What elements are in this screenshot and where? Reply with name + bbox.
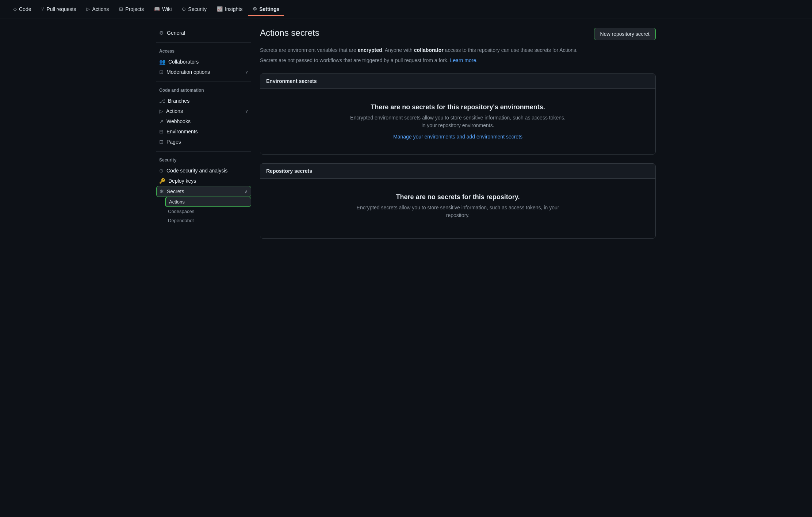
moderation-icon: ⊡	[159, 69, 164, 75]
pages-icon: ⊡	[159, 139, 164, 145]
security-icon: ⊙	[182, 6, 186, 12]
main-content: Actions secrets New repository secret Se…	[260, 28, 656, 239]
actions-icon: ▷	[86, 6, 90, 12]
sidebar-item-collaborators[interactable]: 👥 Collaborators	[156, 57, 251, 67]
nav-actions[interactable]: ▷ Actions	[82, 3, 113, 16]
actions-sidebar-icon: ▷	[159, 108, 163, 114]
nav-security[interactable]: ⊙ Security	[177, 3, 211, 16]
sidebar: ⚙ General Access 👥 Collaborators ⊡ Moder…	[156, 28, 251, 239]
top-nav: ◇ Code ⑂ Pull requests ▷ Actions ⊞ Proje…	[0, 0, 812, 19]
page-title: Actions secrets	[260, 28, 319, 38]
sidebar-item-actions[interactable]: ▷ Actions ∨	[156, 106, 251, 116]
nav-wiki[interactable]: 📖 Wiki	[150, 3, 176, 16]
sidebar-item-secrets[interactable]: ✱ Secrets ∧	[156, 186, 251, 197]
pull-request-icon: ⑂	[41, 6, 44, 12]
main-header: Actions secrets New repository secret	[260, 28, 656, 40]
person-icon: 👥	[159, 59, 165, 65]
sidebar-item-webhooks[interactable]: ↗ Webhooks	[156, 116, 251, 126]
sidebar-item-general[interactable]: ⚙ General	[156, 28, 251, 38]
insights-icon: 📈	[217, 6, 223, 12]
chevron-up-icon: ∧	[245, 189, 248, 194]
nav-pull-requests[interactable]: ⑂ Pull requests	[37, 3, 80, 16]
sidebar-subitem-codespaces[interactable]: Codespaces	[165, 207, 251, 216]
sidebar-item-pages[interactable]: ⊡ Pages	[156, 137, 251, 147]
sidebar-subitem-actions[interactable]: Actions	[165, 197, 251, 207]
chevron-down-icon-actions: ∨	[245, 109, 248, 114]
sidebar-item-branches[interactable]: ⎇ Branches	[156, 96, 251, 106]
description-line2: Secrets are not passed to workflows that…	[260, 56, 656, 64]
env-secrets-empty-desc: Encrypted environment secrets allow you …	[348, 114, 567, 129]
code-icon: ◇	[13, 6, 17, 12]
repo-secrets-body: There are no secrets for this repository…	[260, 179, 655, 238]
shield-icon: ⊙	[159, 168, 164, 174]
repo-secrets-card: Repository secrets There are no secrets …	[260, 163, 656, 239]
security-section-label: Security	[156, 157, 251, 163]
manage-environments-link[interactable]: Manage your environments and add environ…	[393, 134, 522, 140]
webhook-icon: ↗	[159, 118, 164, 124]
sidebar-item-deploy-keys[interactable]: 🔑 Deploy keys	[156, 176, 251, 186]
learn-more-link[interactable]: Learn more.	[450, 57, 478, 63]
chevron-down-icon: ∨	[245, 69, 248, 75]
new-repository-secret-button[interactable]: New repository secret	[594, 28, 656, 40]
environment-secrets-card: Environment secrets There are no secrets…	[260, 73, 656, 155]
env-secrets-empty-title: There are no secrets for this repository…	[269, 103, 647, 111]
code-automation-section-label: Code and automation	[156, 88, 251, 93]
nav-settings[interactable]: ⚙ Settings	[248, 3, 284, 16]
env-secrets-body: There are no secrets for this repository…	[260, 89, 655, 154]
environment-icon: ⊟	[159, 129, 164, 134]
sidebar-subitem-dependabot[interactable]: Dependabot	[165, 216, 251, 225]
page-layout: ⚙ General Access 👥 Collaborators ⊡ Moder…	[150, 19, 662, 247]
nav-insights[interactable]: 📈 Insights	[212, 3, 247, 16]
settings-icon: ⚙	[253, 6, 257, 12]
repo-secrets-empty-desc: Encrypted secrets allow you to store sen…	[348, 204, 567, 219]
gear-icon: ⚙	[159, 30, 164, 36]
repo-secrets-header: Repository secrets	[260, 164, 655, 179]
secrets-subitems: Actions Codespaces Dependabot	[156, 197, 251, 225]
wiki-icon: 📖	[154, 6, 160, 12]
env-secrets-header: Environment secrets	[260, 74, 655, 89]
description-line1: Secrets are environment variables that a…	[260, 46, 656, 54]
sidebar-item-environments[interactable]: ⊟ Environments	[156, 126, 251, 137]
nav-projects[interactable]: ⊞ Projects	[115, 3, 148, 16]
nav-code[interactable]: ◇ Code	[9, 3, 35, 16]
projects-icon: ⊞	[119, 6, 123, 12]
key-icon: 🔑	[159, 178, 165, 184]
branch-icon: ⎇	[159, 98, 165, 104]
secrets-icon: ✱	[160, 189, 164, 194]
repo-secrets-empty-title: There are no secrets for this repository…	[269, 193, 647, 201]
sidebar-item-moderation[interactable]: ⊡ Moderation options ∨	[156, 67, 251, 77]
access-section-label: Access	[156, 49, 251, 54]
sidebar-item-code-security[interactable]: ⊙ Code security and analysis	[156, 166, 251, 176]
